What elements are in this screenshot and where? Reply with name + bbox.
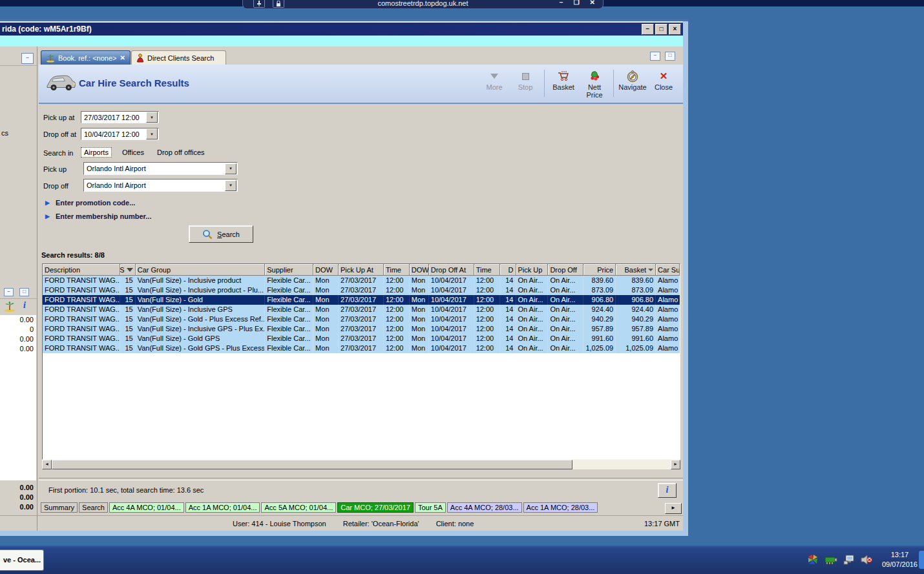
column-header[interactable]: Pick Up — [516, 264, 549, 276]
cell: Van(Full Size) - Inclusive product - Plu… — [136, 285, 266, 295]
taskbar-clock[interactable]: 13:17 09/07/2016 — [882, 550, 918, 569]
result-row[interactable]: FORD TRANSIT WAG...15Van(Full Size) - Go… — [43, 295, 680, 305]
tab-booking-ref[interactable]: Book. ref.: <none> ✕ — [41, 50, 131, 65]
column-header[interactable]: Price — [583, 264, 616, 276]
column-header[interactable]: Time — [384, 264, 410, 276]
cell: 12:00 — [474, 285, 500, 295]
chevron-down-icon[interactable]: ▼ — [146, 112, 158, 123]
panel-collapse-icon[interactable]: − — [650, 52, 660, 61]
bottom-tab[interactable]: Search — [79, 502, 108, 513]
result-row[interactable]: FORD TRANSIT WAG...15Van(Full Size) - In… — [43, 305, 680, 314]
chevron-down-icon[interactable]: ▼ — [225, 180, 236, 191]
bottom-tab[interactable]: Car MCO; 27/03/2017 — [337, 502, 414, 513]
close-button[interactable]: × — [669, 24, 681, 35]
column-header[interactable]: D — [500, 264, 516, 276]
cell: Alamo — [656, 305, 680, 314]
bottom-tab[interactable]: Acc 4A MCO; 28/03... — [447, 502, 522, 513]
antivirus-icon[interactable] — [807, 554, 819, 566]
side-panel-subheader: − □ — [0, 286, 37, 299]
panel-expand-icon[interactable]: □ — [665, 52, 675, 61]
rdp-restore-icon[interactable]: ❐ — [574, 0, 580, 6]
cell: Mon — [410, 295, 429, 305]
result-row[interactable]: FORD TRANSIT WAG...15Van(Full Size) - Go… — [43, 343, 680, 353]
tab-direct-clients-search[interactable]: Direct Clients Search — [131, 50, 226, 65]
nett-price-button[interactable]: Nett Price — [579, 69, 610, 99]
column-header[interactable]: Basket — [616, 264, 656, 276]
panel-minimize-icon[interactable]: − — [4, 288, 14, 296]
search-in-option[interactable]: Offices — [120, 148, 147, 157]
column-header[interactable]: S — [120, 264, 136, 276]
info-button[interactable]: i — [658, 483, 677, 498]
stop-button[interactable]: Stop — [510, 69, 541, 91]
close-toolbar-button[interactable]: ✕ Close — [648, 69, 679, 91]
pick-up-combo[interactable]: Orlando Intl Airport ▼ — [83, 162, 238, 175]
cell: 10/04/2017 — [429, 276, 474, 285]
taskbar-edge-icon[interactable] — [919, 551, 924, 569]
result-row[interactable]: FORD TRANSIT WAG...15Van(Full Size) - In… — [43, 324, 680, 334]
scroll-right-icon[interactable]: ► — [671, 460, 680, 469]
result-row[interactable]: FORD TRANSIT WAG...15Van(Full Size) - Go… — [43, 334, 680, 343]
volume-muted-icon[interactable] — [861, 555, 872, 565]
column-header[interactable]: Drop Off — [548, 264, 583, 276]
bottom-tab[interactable]: Acc 1A MCO; 01/04... — [185, 502, 260, 513]
taskbar-window-button[interactable]: ve - Ocea... — [0, 549, 44, 571]
column-header[interactable]: Car Su — [656, 264, 680, 276]
network-status-icon[interactable] — [843, 555, 855, 565]
column-header[interactable]: Car Group — [136, 264, 266, 276]
horizontal-scrollbar[interactable]: ◄ ► — [42, 460, 680, 469]
search-in-option[interactable]: Airports — [81, 147, 112, 158]
panel-maximize-icon[interactable]: □ — [19, 288, 29, 296]
column-header[interactable]: DOW — [410, 264, 429, 276]
scrollbar-thumb[interactable] — [52, 460, 572, 469]
cell: 12:00 — [474, 276, 500, 285]
cell: 12:00 — [474, 295, 500, 305]
search-in-option[interactable]: Drop off offices — [154, 148, 207, 157]
column-header[interactable]: Description — [43, 264, 120, 276]
column-header[interactable]: Drop Off At — [429, 264, 474, 276]
result-row[interactable]: FORD TRANSIT WAG...15Van(Full Size) - In… — [43, 276, 680, 285]
tab-close-icon[interactable]: ✕ — [120, 54, 125, 61]
sort-arrow-icon[interactable] — [648, 269, 653, 271]
pick-up-at-combo[interactable]: 27/03/2017 12:00 ▼ — [81, 111, 159, 123]
basket-button[interactable]: Basket — [548, 69, 579, 91]
drop-off-combo[interactable]: Orlando Intl Airport ▼ — [83, 179, 238, 192]
cell: 15 — [120, 343, 136, 353]
maximize-button[interactable]: □ — [655, 24, 667, 35]
cell: 15 — [120, 285, 136, 295]
info-icon[interactable]: i — [23, 300, 26, 311]
rdp-minimize-icon[interactable]: − — [560, 0, 563, 6]
scrollbar-track[interactable] — [572, 460, 671, 469]
column-header[interactable]: DOW — [313, 264, 339, 276]
bottom-tab[interactable]: Acc 5A MCO; 01/04... — [261, 502, 336, 513]
cell: 27/03/2017 — [339, 314, 384, 324]
network-card-icon[interactable] — [824, 555, 837, 564]
cell: 15 — [120, 324, 136, 334]
chevron-down-icon[interactable]: ▼ — [146, 128, 158, 139]
cell: Mon — [313, 343, 339, 353]
restore-panel-icon[interactable]: − — [21, 53, 34, 64]
result-row[interactable]: FORD TRANSIT WAG...15Van(Full Size) - In… — [43, 285, 680, 295]
cell: Mon — [313, 305, 339, 314]
promotion-code-link[interactable]: ▶ Enter promotion code... — [45, 199, 135, 207]
cell: Mon — [410, 343, 429, 353]
more-button[interactable]: More — [479, 69, 510, 91]
rdp-close-icon[interactable]: ✕ — [590, 0, 595, 6]
bottom-tab[interactable]: Acc 4A MCO; 01/04... — [109, 502, 184, 513]
navigate-button[interactable]: Navigate — [617, 69, 648, 91]
chevron-down-icon[interactable]: ▼ — [225, 163, 236, 174]
membership-number-link[interactable]: ▶ Enter membership number... — [45, 212, 151, 220]
column-header[interactable]: Supplier — [265, 264, 313, 276]
column-header[interactable]: Pick Up At — [339, 264, 384, 276]
cell: FORD TRANSIT WAG... — [43, 334, 120, 343]
bottom-tab[interactable]: Summary — [41, 502, 78, 513]
minimize-button[interactable]: − — [642, 24, 654, 35]
drop-off-at-combo[interactable]: 10/04/2017 12:00 ▼ — [81, 128, 159, 140]
column-header[interactable]: Time — [474, 264, 500, 276]
result-row[interactable]: FORD TRANSIT WAG...15Van(Full Size) - Go… — [43, 314, 680, 324]
bottom-tab[interactable]: Tour 5A — [415, 502, 446, 513]
search-button[interactable]: Search — [189, 225, 253, 243]
scroll-left-icon[interactable]: ◄ — [42, 460, 52, 469]
filter-funnel-icon[interactable] — [127, 268, 133, 272]
bottom-tab[interactable]: Acc 1A MCO; 28/03... — [523, 502, 598, 513]
next-tab-button[interactable]: ► — [665, 503, 682, 514]
